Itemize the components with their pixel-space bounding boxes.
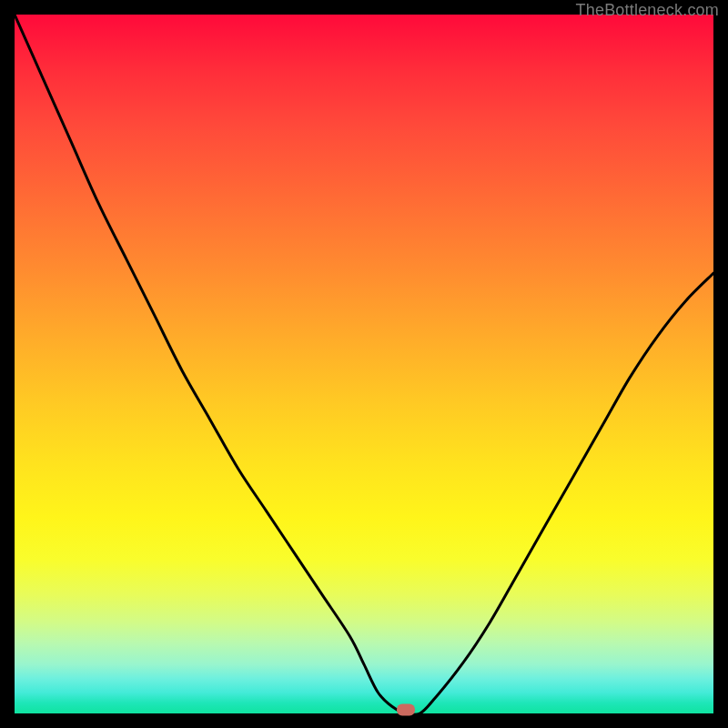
bottleneck-curve (15, 15, 713, 713)
chart-frame: TheBottleneck.com (0, 0, 728, 728)
optimal-point-marker (397, 704, 415, 716)
watermark-text: TheBottleneck.com (576, 1, 719, 20)
chart-plot-area (15, 15, 713, 713)
